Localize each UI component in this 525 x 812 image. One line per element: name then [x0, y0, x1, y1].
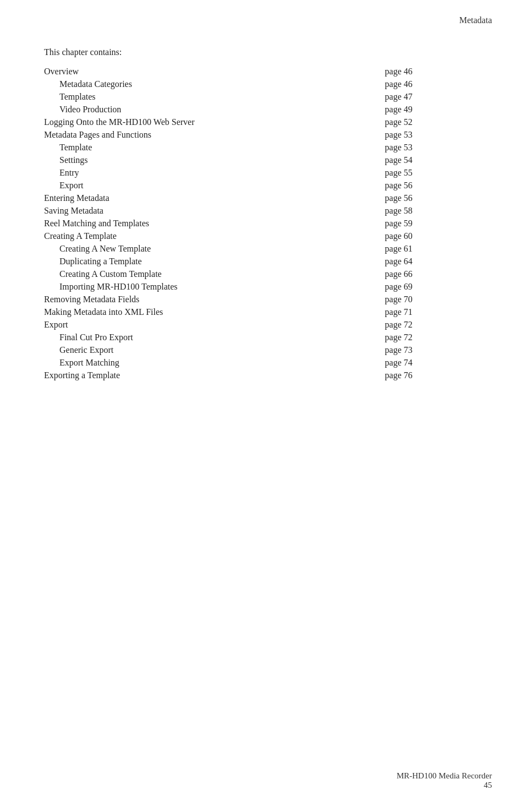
toc-row: Importing MR-HD100 Templatespage 69 [44, 280, 481, 293]
toc-row: Entering Metadatapage 56 [44, 192, 481, 204]
toc-page-ref: page 52 [385, 116, 481, 128]
page-footer: MR-HD100 Media Recorder 45 [397, 771, 492, 790]
toc-page-ref: page 61 [385, 242, 481, 255]
toc-label: Template [44, 141, 385, 154]
toc-page-ref: page 71 [385, 306, 481, 318]
toc-page-ref: page 56 [385, 192, 481, 204]
toc-row: Entrypage 55 [44, 166, 481, 179]
toc-page-ref: page 56 [385, 179, 481, 192]
toc-row: Final Cut Pro Exportpage 72 [44, 331, 481, 344]
toc-page-ref: page 66 [385, 268, 481, 280]
toc-label: Saving Metadata [44, 204, 385, 217]
toc-label: Video Production [44, 103, 385, 116]
toc-label: Entering Metadata [44, 192, 385, 204]
toc-label: Generic Export [44, 344, 385, 356]
toc-label: Metadata Categories [44, 78, 385, 90]
toc-row: Making Metadata into XML Filespage 71 [44, 306, 481, 318]
toc-label: Export [44, 179, 385, 192]
toc-row: Metadata Pages and Functionspage 53 [44, 128, 481, 141]
toc-row: Logging Onto the MR-HD100 Web Serverpage… [44, 116, 481, 128]
toc-page-ref: page 59 [385, 217, 481, 230]
toc-row: Generic Exportpage 73 [44, 344, 481, 356]
toc-label: Entry [44, 166, 385, 179]
toc-row: Creating A Custom Templatepage 66 [44, 268, 481, 280]
toc-page-ref: page 53 [385, 141, 481, 154]
toc-row: Reel Matching and Templatespage 59 [44, 217, 481, 230]
toc-page-ref: page 60 [385, 230, 481, 242]
toc-label: Export [44, 318, 385, 331]
toc-row: Exportpage 56 [44, 179, 481, 192]
toc-label: Logging Onto the MR-HD100 Web Server [44, 116, 385, 128]
toc-row: Video Productionpage 49 [44, 103, 481, 116]
page-header-title: Metadata [459, 15, 492, 25]
toc-label: Settings [44, 154, 385, 166]
toc-label: Making Metadata into XML Files [44, 306, 385, 318]
toc-table: Overviewpage 46Metadata Categoriespage 4… [44, 65, 481, 382]
toc-label: Duplicating a Template [44, 255, 385, 268]
toc-row: Creating A New Templatepage 61 [44, 242, 481, 255]
toc-page-ref: page 53 [385, 128, 481, 141]
footer-page-number: 45 [397, 781, 492, 790]
toc-label: Removing Metadata Fields [44, 293, 385, 306]
toc-page-ref: page 76 [385, 369, 481, 382]
toc-label: Importing MR-HD100 Templates [44, 280, 385, 293]
toc-row: Export Matchingpage 74 [44, 356, 481, 369]
chapter-intro: This chapter contains: [44, 47, 481, 57]
toc-label: Creating A New Template [44, 242, 385, 255]
toc-page-ref: page 70 [385, 293, 481, 306]
toc-label: Final Cut Pro Export [44, 331, 385, 344]
toc-row: Creating A Templatepage 60 [44, 230, 481, 242]
toc-page-ref: page 72 [385, 318, 481, 331]
toc-label: Creating A Custom Template [44, 268, 385, 280]
toc-page-ref: page 69 [385, 280, 481, 293]
toc-row: Duplicating a Templatepage 64 [44, 255, 481, 268]
footer-product: MR-HD100 Media Recorder [397, 771, 492, 781]
toc-row: Removing Metadata Fieldspage 70 [44, 293, 481, 306]
toc-row: Exporting a Templatepage 76 [44, 369, 481, 382]
toc-row: Exportpage 72 [44, 318, 481, 331]
toc-label: Templates [44, 90, 385, 103]
toc-page-ref: page 72 [385, 331, 481, 344]
toc-row: Saving Metadatapage 58 [44, 204, 481, 217]
toc-row: Templatespage 47 [44, 90, 481, 103]
toc-page-ref: page 55 [385, 166, 481, 179]
toc-page-ref: page 49 [385, 103, 481, 116]
toc-label: Overview [44, 65, 385, 78]
toc-row: Overviewpage 46 [44, 65, 481, 78]
toc-page-ref: page 73 [385, 344, 481, 356]
toc-page-ref: page 46 [385, 65, 481, 78]
toc-page-ref: page 74 [385, 356, 481, 369]
toc-row: Metadata Categoriespage 46 [44, 78, 481, 90]
toc-row: Settingspage 54 [44, 154, 481, 166]
toc-page-ref: page 58 [385, 204, 481, 217]
toc-page-ref: page 47 [385, 90, 481, 103]
toc-page-ref: page 46 [385, 78, 481, 90]
toc-page-ref: page 64 [385, 255, 481, 268]
toc-page-ref: page 54 [385, 154, 481, 166]
toc-label: Metadata Pages and Functions [44, 128, 385, 141]
toc-row: Templatepage 53 [44, 141, 481, 154]
toc-label: Export Matching [44, 356, 385, 369]
toc-label: Reel Matching and Templates [44, 217, 385, 230]
toc-label: Creating A Template [44, 230, 385, 242]
toc-label: Exporting a Template [44, 369, 385, 382]
